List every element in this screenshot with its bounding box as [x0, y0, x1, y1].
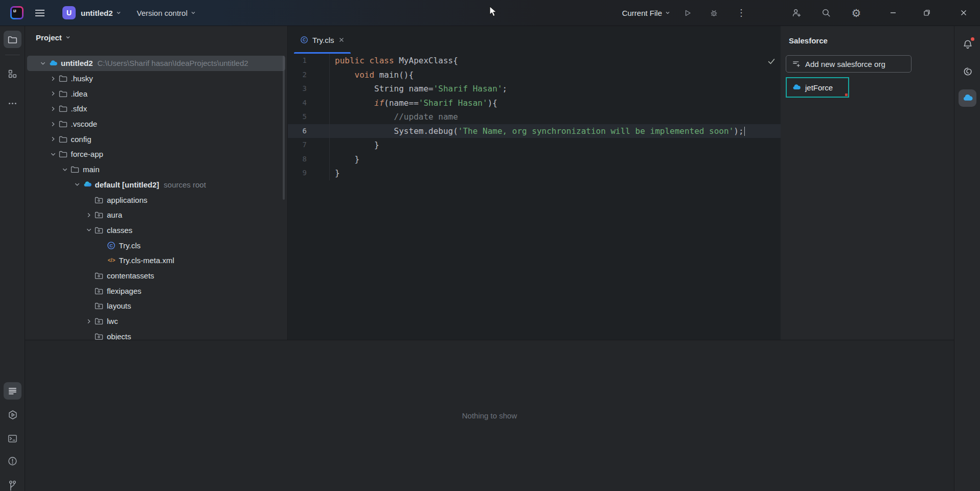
right-tool-stripe [954, 26, 980, 491]
code-line-4[interactable]: 4 if(name=='Sharif Hasan'){ [288, 96, 781, 110]
project-panel-header[interactable]: Project [25, 26, 287, 49]
search-everywhere-button[interactable] [818, 5, 834, 21]
package-icon [95, 287, 107, 295]
code-line-5[interactable]: 5 //update name [288, 110, 781, 124]
code-text: } [330, 138, 379, 152]
tree-item-flexipages[interactable]: flexipages [25, 283, 287, 298]
minimize-button[interactable] [885, 5, 901, 21]
project-tree: untitled2C:\Users\Sharif hasan\IdeaProje… [25, 49, 287, 340]
tree-item-objects[interactable]: objects [25, 329, 287, 340]
chevron-closed-icon[interactable] [83, 212, 95, 219]
chevron-open-icon[interactable] [59, 166, 71, 173]
git-branch-icon [8, 480, 17, 491]
project-panel-title: Project [36, 33, 62, 42]
chevron-closed-icon[interactable] [83, 318, 95, 325]
tool-stripe-notifications-button[interactable] [959, 36, 976, 53]
restore-button[interactable] [919, 5, 935, 21]
tool-stripe-terminal-button[interactable] [4, 430, 21, 447]
tab-close-icon[interactable] [338, 37, 345, 43]
code-with-me-button[interactable] [788, 5, 805, 21]
tool-stripe-problems-button[interactable] [4, 452, 21, 470]
run-button[interactable] [679, 5, 695, 21]
tree-item-aura[interactable]: aura [25, 207, 287, 223]
code-line-7[interactable]: 7 } [288, 138, 781, 152]
code-line-3[interactable]: 3 String name='Sharif Hasan'; [288, 82, 781, 96]
tab-try-cls[interactable]: C Try.cls [294, 26, 351, 54]
tree-item-main[interactable]: main [25, 162, 287, 177]
close-window-button[interactable] [955, 5, 972, 21]
code-line-9[interactable]: 9} [288, 166, 781, 180]
salesforce-tool-window: Salesforce Add new salesforce org jetFor… [781, 26, 954, 340]
salesforce-panel-title: Salesforce [781, 26, 954, 45]
tree-item-lwc[interactable]: lwc [25, 314, 287, 329]
add-list-icon [792, 60, 801, 68]
chevron-closed-icon[interactable] [48, 105, 59, 112]
tree-item-vscode[interactable]: .vscode [25, 116, 287, 132]
tool-stripe-salesforce-plugin-button[interactable] [959, 89, 976, 107]
chevron-open-icon[interactable] [37, 60, 49, 67]
tool-stripe-ai-assistant-button[interactable] [959, 63, 976, 80]
chevron-closed-icon[interactable] [48, 90, 59, 97]
chevron-open-icon[interactable] [48, 151, 59, 158]
bug-icon [710, 9, 718, 17]
search-icon [822, 8, 831, 17]
chevron-closed-icon[interactable] [48, 121, 59, 128]
code-line-6[interactable]: 6 System.debug('The Name, org synchroniz… [288, 124, 781, 138]
tool-stripe-project-folder-button[interactable] [4, 31, 21, 48]
settings-button[interactable]: ⚙ [848, 5, 864, 21]
tree-item-force-app[interactable]: force-app [25, 147, 287, 162]
intellij-logo-icon: IJ [10, 6, 24, 19]
tree-item-contentassets[interactable]: contentassets [25, 268, 287, 284]
code-content[interactable]: 1public class MyApexClass{2 void main(){… [288, 54, 781, 180]
code-text: System.debug('The Name, org synchronizat… [330, 124, 745, 138]
svg-text:C: C [303, 37, 306, 42]
chevron-closed-icon[interactable] [48, 135, 59, 143]
code-text: public class MyApexClass{ [330, 54, 458, 68]
tree-item-sfdx[interactable]: .sfdx [25, 101, 287, 116]
package-icon [95, 317, 107, 325]
tree-item-config[interactable]: config [25, 131, 287, 147]
text-caret [744, 127, 745, 136]
tool-stripe-more-tools-button[interactable] [4, 95, 21, 112]
chevron-open-icon[interactable] [72, 181, 83, 188]
vcs-widget[interactable]: Version control [122, 9, 196, 17]
chevron-open-icon[interactable] [83, 226, 95, 233]
tree-item-classes[interactable]: classes [25, 223, 287, 238]
main-menu-button[interactable] [32, 5, 48, 21]
tree-item-default-untitled2[interactable]: default [untitled2]sources root [25, 177, 287, 193]
editor-tab-bar: C Try.cls [288, 26, 781, 54]
org-modified-dot [845, 93, 848, 96]
run-configuration-selector[interactable]: Current File [622, 9, 671, 17]
chevron-down-icon [190, 10, 196, 16]
sf-cloud-icon [49, 59, 61, 68]
code-line-1[interactable]: 1public class MyApexClass{ [288, 54, 781, 68]
tool-stripe-structure-button[interactable] [4, 65, 21, 82]
tree-item-idea[interactable]: .idea [25, 86, 287, 101]
more-actions-button[interactable]: ⋮ [733, 5, 749, 21]
tab-label: Try.cls [312, 36, 334, 44]
tree-item-untitled2[interactable]: untitled2C:\Users\Sharif hasan\IdeaProje… [27, 56, 285, 71]
tool-stripe-services-button[interactable] [4, 406, 21, 424]
tree-item-try-cls[interactable]: CTry.cls [25, 238, 287, 253]
add-salesforce-org-button[interactable]: Add new salesforce org [786, 55, 911, 73]
tree-item-try-cls-meta-xml[interactable]: </>Try.cls-meta.xml [25, 253, 287, 268]
tool-stripe-git-branch-button[interactable] [4, 478, 21, 491]
tree-item-layouts[interactable]: layouts [25, 298, 287, 314]
code-line-2[interactable]: 2 void main(){ [288, 68, 781, 82]
svg-text:</>: </> [107, 258, 115, 263]
sf-cloud-gradient-icon [83, 180, 95, 189]
play-icon [683, 9, 692, 17]
tree-item-applications[interactable]: applications [25, 192, 287, 207]
tree-item-label: flexipages [107, 287, 142, 295]
salesforce-org-jetforce[interactable]: jetForce [786, 77, 849, 98]
chevron-closed-icon[interactable] [48, 75, 59, 82]
project-selector[interactable]: untitled2 [76, 9, 122, 17]
debug-button[interactable] [705, 5, 722, 21]
svg-text:C: C [109, 243, 113, 248]
project-scrollbar[interactable] [283, 56, 285, 200]
tool-stripe-todo-lines-button[interactable] [4, 382, 21, 400]
code-line-8[interactable]: 8 } [288, 152, 781, 167]
line-number: 1 [288, 54, 307, 68]
tree-item-husky[interactable]: .husky [25, 71, 287, 86]
editor-area[interactable]: C Try.cls 1public class MyApexClass{2 vo… [288, 26, 781, 340]
